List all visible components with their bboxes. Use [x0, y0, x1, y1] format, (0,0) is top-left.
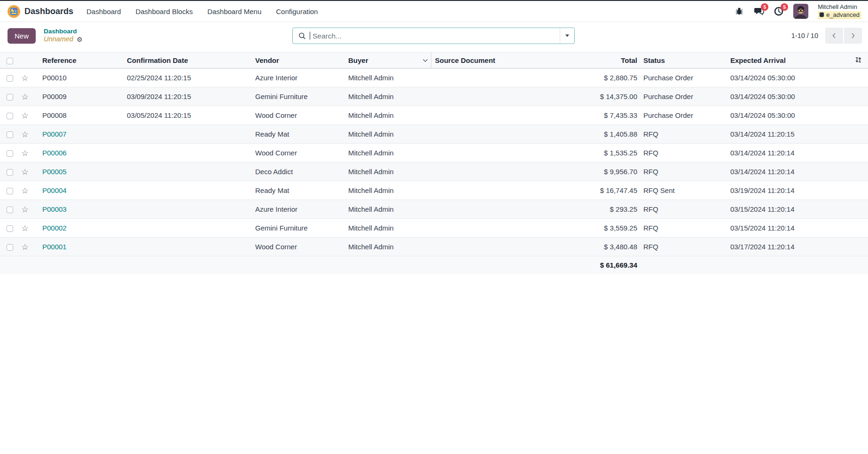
cell-status[interactable]: RFQ	[641, 200, 727, 219]
cell-vendor[interactable]: Ready Mat	[255, 125, 348, 144]
table-row[interactable]: ☆P00003Azure InteriorMitchell Admin$ 293…	[0, 200, 868, 219]
row-select-cell[interactable]	[0, 69, 18, 87]
cell-source-document[interactable]	[431, 238, 543, 256]
select-all-checkbox[interactable]	[7, 58, 13, 64]
table-row[interactable]: ☆P00007Ready MatMitchell Admin$ 1,405.88…	[0, 125, 868, 144]
cell-confirmation-date[interactable]: 03/05/2024 11:20:15	[127, 106, 255, 125]
table-row[interactable]: ☆P00004Ready MatMitchell Admin$ 16,747.4…	[0, 181, 868, 200]
favorite-star-icon[interactable]: ☆	[21, 242, 28, 252]
cell-vendor[interactable]: Ready Mat	[255, 181, 348, 200]
select-all-cell[interactable]	[0, 53, 18, 69]
cell-expected-arrival[interactable]: 03/15/2024 11:20:14	[727, 219, 844, 238]
row-select-cell[interactable]	[0, 87, 18, 106]
row-star-cell[interactable]: ☆	[18, 106, 32, 125]
favorite-star-icon[interactable]: ☆	[21, 73, 28, 83]
cell-vendor[interactable]: Wood Corner	[255, 238, 348, 256]
cell-expected-arrival[interactable]: 03/19/2024 11:20:14	[727, 181, 844, 200]
favorite-star-icon[interactable]: ☆	[21, 111, 28, 120]
column-header-source-document[interactable]: Source Document	[431, 53, 543, 69]
cell-buyer[interactable]: Mitchell Admin	[348, 125, 431, 144]
favorite-star-icon[interactable]: ☆	[21, 130, 28, 139]
cell-vendor[interactable]: Gemini Furniture	[255, 87, 348, 106]
cell-total[interactable]: $ 2,880.75	[543, 69, 641, 87]
cell-confirmation-date[interactable]	[127, 238, 255, 256]
favorite-star-icon[interactable]: ☆	[21, 205, 28, 214]
cell-confirmation-date[interactable]	[127, 162, 255, 181]
row-star-cell[interactable]: ☆	[18, 181, 32, 200]
cell-reference[interactable]: P00008	[32, 106, 127, 125]
table-row[interactable]: ☆P0000803/05/2024 11:20:15Wood CornerMit…	[0, 106, 868, 125]
cell-buyer[interactable]: Mitchell Admin	[348, 219, 431, 238]
favorite-star-icon[interactable]: ☆	[21, 92, 28, 101]
row-select-cell[interactable]	[0, 200, 18, 219]
column-header-status[interactable]: Status	[641, 53, 727, 69]
cell-total[interactable]: $ 1,535.25	[543, 144, 641, 162]
menu-item-dashboard[interactable]: Dashboard	[86, 8, 121, 15]
pager-next-button[interactable]	[844, 28, 862, 44]
row-star-cell[interactable]: ☆	[18, 125, 32, 144]
cell-status[interactable]: RFQ	[641, 162, 727, 181]
row-star-cell[interactable]: ☆	[18, 219, 32, 238]
column-header-confirmation-date[interactable]: Confirmation Date	[127, 53, 255, 69]
menu-item-configuration[interactable]: Configuration	[276, 8, 318, 15]
cell-status[interactable]: Purchase Order	[641, 106, 727, 125]
cell-reference[interactable]: P00009	[32, 87, 127, 106]
cell-expected-arrival[interactable]: 03/14/2024 11:20:14	[727, 162, 844, 181]
row-checkbox[interactable]	[7, 244, 13, 251]
cell-reference[interactable]: P00002	[32, 219, 127, 238]
cell-buyer[interactable]: Mitchell Admin	[348, 200, 431, 219]
cell-expected-arrival[interactable]: 03/15/2024 11:20:14	[727, 200, 844, 219]
menu-item-dashboard-menu[interactable]: Dashboard Menu	[207, 8, 261, 15]
favorite-star-icon[interactable]: ☆	[21, 148, 28, 158]
cell-confirmation-date[interactable]	[127, 125, 255, 144]
table-row[interactable]: ☆P0001002/25/2024 11:20:15Azure Interior…	[0, 69, 868, 87]
cell-total[interactable]: $ 14,375.00	[543, 87, 641, 106]
cell-vendor[interactable]: Gemini Furniture	[255, 219, 348, 238]
breadcrumb-dashboard-link[interactable]: Dashboard	[44, 28, 82, 35]
table-row[interactable]: ☆P00005Deco AddictMitchell Admin$ 9,956.…	[0, 162, 868, 181]
user-avatar[interactable]	[793, 4, 808, 19]
table-row[interactable]: ☆P0000903/09/2024 11:20:15Gemini Furnitu…	[0, 87, 868, 106]
row-checkbox[interactable]	[7, 150, 13, 157]
cell-status[interactable]: RFQ	[641, 125, 727, 144]
cell-confirmation-date[interactable]: 03/09/2024 11:20:15	[127, 87, 255, 106]
cell-expected-arrival[interactable]: 03/14/2024 05:30:00	[727, 106, 844, 125]
cell-status[interactable]: RFQ Sent	[641, 181, 727, 200]
cell-confirmation-date[interactable]	[127, 181, 255, 200]
cell-source-document[interactable]	[431, 69, 543, 87]
cell-buyer[interactable]: Mitchell Admin	[348, 181, 431, 200]
row-select-cell[interactable]	[0, 162, 18, 181]
favorite-star-icon[interactable]: ☆	[21, 186, 28, 195]
cell-vendor[interactable]: Wood Corner	[255, 106, 348, 125]
cell-source-document[interactable]	[431, 87, 543, 106]
cell-buyer[interactable]: Mitchell Admin	[348, 162, 431, 181]
cell-source-document[interactable]	[431, 162, 543, 181]
cell-status[interactable]: RFQ	[641, 144, 727, 162]
cell-source-document[interactable]	[431, 200, 543, 219]
row-select-cell[interactable]	[0, 106, 18, 125]
row-checkbox[interactable]	[7, 131, 13, 138]
cell-status[interactable]: Purchase Order	[641, 69, 727, 87]
cell-reference[interactable]: P00005	[32, 162, 127, 181]
column-header-vendor[interactable]: Vendor	[255, 53, 348, 69]
row-checkbox[interactable]	[7, 225, 13, 232]
cell-total[interactable]: $ 16,747.45	[543, 181, 641, 200]
cell-vendor[interactable]: Azure Interior	[255, 69, 348, 87]
cell-vendor[interactable]: Azure Interior	[255, 200, 348, 219]
row-checkbox[interactable]	[7, 207, 13, 213]
row-select-cell[interactable]	[0, 238, 18, 256]
cell-buyer[interactable]: Mitchell Admin	[348, 87, 431, 106]
new-button[interactable]: New	[8, 28, 36, 44]
row-checkbox[interactable]	[7, 169, 13, 176]
row-select-cell[interactable]	[0, 144, 18, 162]
activities-clock-icon[interactable]: 5	[774, 6, 784, 16]
row-checkbox[interactable]	[7, 113, 13, 119]
menu-item-dashboard-blocks[interactable]: Dashboard Blocks	[135, 8, 193, 15]
cell-total[interactable]: $ 293.25	[543, 200, 641, 219]
cell-status[interactable]: Purchase Order	[641, 87, 727, 106]
cell-total[interactable]: $ 9,956.70	[543, 162, 641, 181]
row-star-cell[interactable]: ☆	[18, 69, 32, 87]
cell-confirmation-date[interactable]: 02/25/2024 11:20:15	[127, 69, 255, 87]
row-star-cell[interactable]: ☆	[18, 162, 32, 181]
row-checkbox[interactable]	[7, 94, 13, 100]
